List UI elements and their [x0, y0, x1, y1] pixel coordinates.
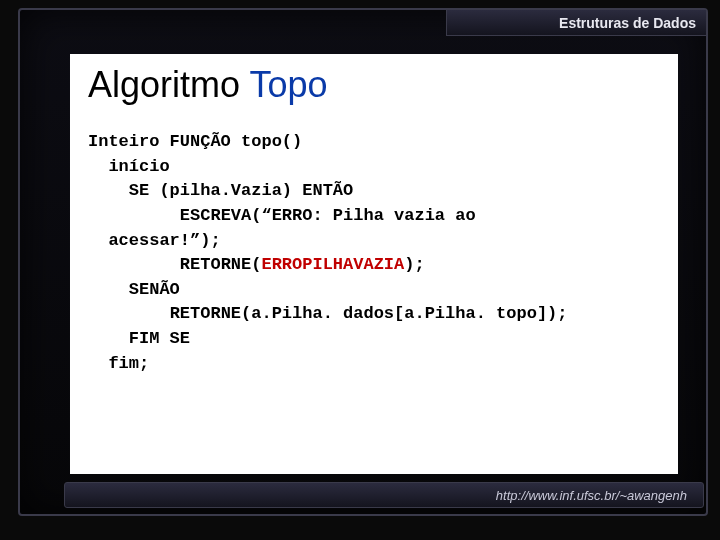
code-line: RETORNE(a.Pilha. dados[a.Pilha. topo]); — [88, 304, 568, 323]
code-line-prefix: RETORNE( — [88, 255, 261, 274]
code-line: início — [88, 157, 170, 176]
code-block: Inteiro FUNÇÃO topo() início SE (pilha.V… — [88, 130, 660, 376]
code-line-suffix: ); — [404, 255, 424, 274]
code-line: SENÃO — [88, 280, 180, 299]
code-line: FIM SE — [88, 329, 190, 348]
left-rail — [0, 0, 18, 540]
code-line: Inteiro FUNÇÃO topo() — [88, 132, 302, 151]
header-band: Estruturas de Dados — [446, 10, 706, 36]
footer-band: http://www.inf.ufsc.br/~awangenh — [64, 482, 704, 508]
slide-frame: Estruturas de Dados Algoritmo Topo Intei… — [18, 8, 708, 516]
slide-content: Algoritmo Topo Inteiro FUNÇÃO topo() iní… — [70, 54, 678, 474]
code-line: ESCREVA(“ERRO: Pilha vazia ao — [88, 206, 476, 225]
course-title: Estruturas de Dados — [559, 15, 696, 31]
code-line: acessar!”); — [88, 231, 221, 250]
code-line: fim; — [88, 354, 149, 373]
error-constant: ERROPILHAVAZIA — [261, 255, 404, 274]
title-part1: Algoritmo — [88, 64, 249, 105]
title-part2: Topo — [249, 64, 327, 105]
code-line: SE (pilha.Vazia) ENTÃO — [88, 181, 353, 200]
slide-title: Algoritmo Topo — [88, 64, 660, 106]
footer-url: http://www.inf.ufsc.br/~awangenh — [496, 488, 687, 503]
